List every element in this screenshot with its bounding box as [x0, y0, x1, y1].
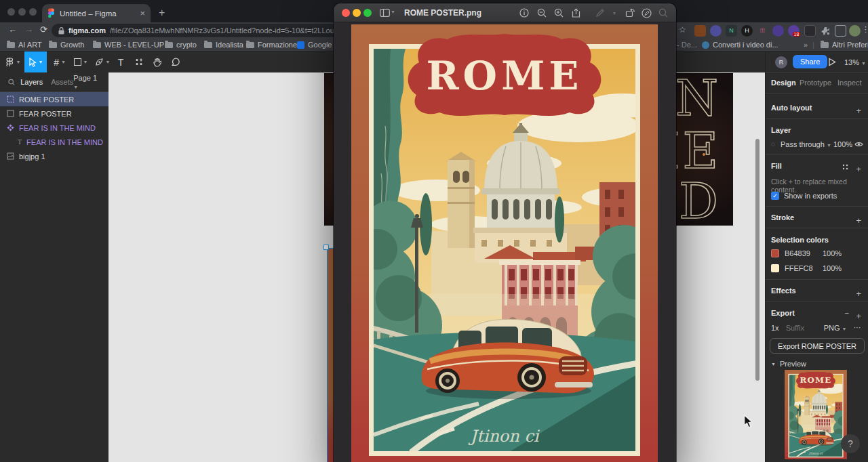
shape-tool[interactable]: ▼: [71, 51, 91, 72]
forward-icon[interactable]: →: [24, 24, 33, 35]
preview-section-header[interactable]: ▼ Preview: [771, 360, 806, 368]
h-extension-icon[interactable]: H: [741, 25, 753, 37]
export-suffix-input[interactable]: [786, 324, 817, 332]
bookmark-star-icon[interactable]: ☆: [679, 25, 686, 35]
layer-row-fear-component[interactable]: FEAR IS IN THE MIND: [0, 121, 108, 135]
tab-inspect[interactable]: Inspect: [837, 79, 861, 87]
user-avatar[interactable]: R: [775, 56, 787, 68]
window-zoom-button[interactable]: [363, 9, 372, 17]
key-extension-icon[interactable]: ⚿: [757, 25, 768, 37]
blend-mode-icon[interactable]: ◌: [771, 140, 775, 148]
chevron-down-icon[interactable]: ▼: [391, 9, 395, 14]
share-icon[interactable]: [570, 7, 582, 19]
hand-tool[interactable]: [148, 51, 165, 72]
tab-prototype[interactable]: Prototype: [800, 79, 831, 87]
zoom-level-selector[interactable]: 13% ▼: [844, 58, 866, 66]
export-scale[interactable]: 1x: [771, 324, 779, 332]
window-close-button[interactable]: [7, 8, 15, 16]
reload-icon[interactable]: ⟳: [40, 24, 47, 35]
selection-handle[interactable]: [323, 245, 329, 250]
selection-color-row[interactable]: FFEFC8 100%: [771, 264, 842, 272]
text-tool[interactable]: T: [113, 51, 129, 72]
extensions-puzzle-icon[interactable]: [820, 25, 831, 37]
info-icon[interactable]: [518, 7, 530, 19]
zoom-in-icon[interactable]: [553, 7, 565, 19]
browser-tab[interactable]: Untitled – Figma ×: [42, 4, 151, 22]
figma-main-menu[interactable]: ▼: [3, 51, 23, 72]
add-export-button[interactable]: +: [856, 311, 861, 321]
bookmark-folder[interactable]: Formazione: [246, 41, 297, 49]
layer-row-rome-poster[interactable]: ROME POSTER: [0, 92, 108, 106]
layer-row-bigjpg[interactable]: bigjpg 1: [0, 149, 108, 163]
help-button[interactable]: ?: [841, 434, 860, 453]
page-selector[interactable]: Page 1 ▼: [73, 74, 102, 90]
bookmark-folder[interactable]: Growth: [49, 41, 84, 49]
tab-assets[interactable]: Assets: [51, 78, 73, 86]
sidebar-toggle-icon[interactable]: [835, 25, 846, 37]
add-auto-layout-button[interactable]: +: [856, 106, 861, 116]
metamask-extension-icon[interactable]: [694, 25, 706, 37]
purple-extension-icon[interactable]: [710, 25, 722, 37]
rotate-icon[interactable]: [624, 7, 636, 19]
badge-extension-icon[interactable]: 18: [788, 25, 800, 37]
remove-export-button[interactable]: −: [845, 309, 849, 317]
bookmark-item-partial[interactable]: - De...: [677, 41, 697, 49]
swirl-extension-icon[interactable]: [772, 25, 784, 37]
window-minimize-button[interactable]: [18, 8, 26, 16]
layer-row-fear-text[interactable]: T FEAR IS IN THE MIND: [0, 135, 108, 149]
window-close-button[interactable]: [342, 9, 350, 17]
export-format-selector[interactable]: PNG ▼: [824, 324, 847, 332]
striped-extension-icon[interactable]: [804, 25, 816, 37]
markup-pen-icon[interactable]: [594, 7, 606, 19]
markup-toolbar-icon[interactable]: [640, 7, 652, 19]
search-icon[interactable]: [8, 79, 15, 86]
blend-mode-selector[interactable]: Pass through ▼: [781, 140, 831, 148]
color-swatch-cream[interactable]: [771, 264, 779, 272]
tab-layers[interactable]: Layers: [20, 78, 43, 86]
bookmarks-overflow-icon[interactable]: »: [804, 41, 808, 49]
export-rome-poster-button[interactable]: Export ROME POSTER: [770, 338, 865, 354]
styles-icon[interactable]: [842, 164, 848, 170]
layer-row-fear-poster[interactable]: FEAR POSTER: [0, 106, 108, 121]
share-button[interactable]: Share: [793, 55, 827, 68]
resources-tool[interactable]: [130, 51, 148, 72]
bookmark-folder[interactable]: WEB - LEVEL-UP: [93, 41, 164, 49]
frame-tool[interactable]: #▼: [50, 51, 70, 72]
bookmark-folder[interactable]: AI ART: [7, 41, 42, 49]
present-icon[interactable]: [828, 58, 836, 66]
sidebar-toggle-icon[interactable]: [378, 7, 391, 19]
n-extension-icon[interactable]: N: [726, 25, 737, 37]
color-swatch-red[interactable]: [771, 249, 779, 257]
new-tab-button[interactable]: +: [159, 7, 165, 19]
back-icon[interactable]: ←: [8, 24, 17, 35]
add-stroke-button[interactable]: +: [856, 215, 861, 226]
chevron-down-icon[interactable]: ▼: [608, 7, 620, 19]
visibility-eye-icon[interactable]: [854, 141, 863, 148]
bookmark-folder[interactable]: crypto: [165, 41, 197, 49]
canvas-scrollbar[interactable]: [755, 139, 760, 381]
pen-tool[interactable]: ▼: [92, 51, 113, 72]
show-in-exports-row[interactable]: ✓ Show in exports: [771, 192, 837, 200]
add-fill-button[interactable]: +: [856, 164, 861, 174]
move-tool[interactable]: ▼: [24, 51, 47, 72]
frame-icon: #: [54, 57, 59, 68]
export-more-icon[interactable]: ⋯: [853, 323, 861, 332]
zoom-out-icon[interactable]: [536, 7, 548, 19]
window-zoom-button[interactable]: [29, 8, 37, 16]
add-effect-button[interactable]: +: [856, 289, 861, 299]
bookmark-folder[interactable]: Idealista: [204, 41, 243, 49]
preview-title-bar[interactable]: ▼ ROME POSTER.png ▼: [334, 3, 676, 22]
tab-close-icon[interactable]: ×: [140, 9, 145, 18]
kebab-menu-icon[interactable]: ⋮: [862, 25, 868, 34]
window-minimize-button[interactable]: [353, 9, 361, 17]
selection-color-row[interactable]: B64839 100%: [771, 249, 842, 257]
tab-design[interactable]: Design: [771, 79, 796, 87]
search-icon[interactable]: [657, 7, 669, 19]
preview-app-window[interactable]: ▼ ROME POSTER.png ▼: [334, 3, 676, 462]
layer-opacity[interactable]: 100%: [833, 140, 852, 148]
checkbox-checked[interactable]: ✓: [771, 192, 779, 200]
comment-tool[interactable]: [167, 51, 184, 72]
bookmark-folder[interactable]: Altri Preferiti: [821, 41, 868, 49]
bookmark-item[interactable]: Converti i video di...: [702, 41, 778, 49]
profile-avatar[interactable]: [849, 25, 861, 37]
